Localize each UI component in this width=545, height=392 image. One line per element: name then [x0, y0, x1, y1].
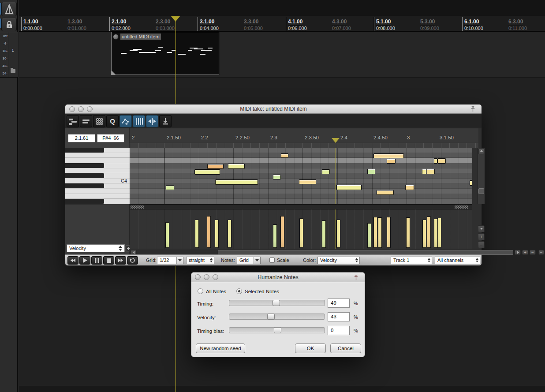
lock-button[interactable] — [1, 18, 17, 31]
swing-dropdown[interactable]: straight — [186, 257, 214, 264]
slider-handle[interactable] — [267, 314, 275, 320]
arrange-timeline-ruler[interactable]: 1.1.000:00.0001.3.000:01.0002.1.000:02.0… — [19, 16, 545, 32]
midi-item[interactable]: untitled MIDI item — [111, 32, 219, 75]
velocity-bar[interactable] — [336, 220, 340, 248]
velocity-bar[interactable] — [322, 220, 326, 248]
piano-key[interactable] — [65, 153, 130, 158]
edit-cursor-marker[interactable] — [171, 16, 180, 22]
color-mode-dropdown[interactable]: Velocity — [317, 257, 360, 264]
piano-key[interactable] — [65, 194, 130, 199]
track-dropdown[interactable]: Track 1 — [391, 257, 432, 264]
velocity-lane[interactable] — [130, 209, 472, 249]
velocity-bar[interactable] — [228, 220, 231, 248]
corner-button[interactable]: − — [538, 250, 544, 255]
grid-size-dropdown[interactable]: 1/32 — [157, 257, 183, 264]
scale-checkbox[interactable] — [269, 258, 275, 263]
cancel-button[interactable]: Cancel — [330, 343, 361, 353]
timeline-mark[interactable]: 6.3.000:11.000 — [508, 17, 527, 31]
midi-note[interactable] — [194, 169, 220, 175]
timeline-mark[interactable]: 1.3.000:01.000 — [67, 17, 86, 31]
track-control-panel[interactable]: inf-6-18-30-42-54- 1 — [0, 32, 18, 78]
lane-down-button[interactable] — [478, 225, 485, 232]
item-resize-handle[interactable] — [112, 71, 116, 75]
timeline-mark[interactable]: 3.3.000:05.000 — [244, 17, 263, 31]
piano-key[interactable]: C4 — [65, 179, 130, 184]
piano-key[interactable] — [65, 168, 130, 174]
quantize-button[interactable]: Q — [106, 115, 119, 127]
scroll-right-button[interactable] — [515, 250, 521, 255]
new-random-seed-button[interactable]: New random seed — [196, 343, 245, 353]
velocity-bar[interactable] — [422, 220, 426, 248]
metronome-button[interactable] — [1, 2, 17, 16]
piano-key[interactable] — [65, 158, 130, 163]
divider-grip[interactable] — [455, 205, 468, 209]
midi-note[interactable] — [427, 169, 435, 174]
lane-grow-button[interactable]: + — [478, 233, 485, 240]
velocity-bar[interactable] — [373, 217, 377, 248]
velocity-bar[interactable] — [387, 217, 391, 248]
timeline-mark[interactable]: 2.1.000:02.000 — [112, 17, 131, 31]
midi-note[interactable] — [437, 158, 446, 164]
track-lane[interactable] — [19, 32, 545, 78]
rewind-button[interactable] — [67, 256, 78, 265]
timeline-mark[interactable]: 1.1.000:00.000 — [23, 17, 42, 31]
editor-titlebar[interactable]: MIDI take: untitled MIDI item — [65, 105, 482, 114]
lane-divider[interactable] — [130, 204, 472, 209]
pause-button[interactable] — [91, 256, 102, 265]
velocity-bar[interactable] — [299, 218, 303, 248]
velocity-bar[interactable] — [427, 217, 431, 248]
midi-note[interactable] — [273, 175, 281, 179]
spinner-arrows-icon[interactable] — [119, 246, 123, 251]
value-input[interactable]: 43 — [328, 312, 350, 321]
velocity-bar[interactable] — [273, 224, 277, 248]
midi-note[interactable] — [387, 159, 396, 164]
midi-note[interactable] — [422, 169, 426, 174]
slider-handle[interactable] — [272, 300, 280, 306]
stop-button[interactable] — [103, 256, 114, 265]
envelope-button[interactable] — [119, 115, 132, 127]
piano-roll-grid[interactable] — [130, 148, 472, 204]
midi-note[interactable] — [367, 169, 375, 174]
midi-note[interactable] — [470, 180, 472, 186]
vscroll-thumb[interactable] — [478, 188, 484, 194]
midi-note[interactable] — [299, 179, 316, 184]
repeat-button[interactable] — [127, 256, 138, 265]
velocity-bar[interactable] — [406, 217, 410, 248]
ok-button[interactable]: OK — [295, 343, 326, 353]
divider-grip[interactable] — [131, 205, 144, 209]
hzoom-out-button[interactable]: − — [530, 250, 536, 255]
value-input[interactable]: 49 — [328, 299, 350, 308]
velocity-bar[interactable] — [280, 216, 284, 248]
piano-key[interactable] — [65, 163, 130, 168]
midi-note[interactable] — [336, 185, 362, 190]
value-input[interactable]: 0 — [328, 326, 350, 335]
timeline-mark[interactable]: 5.1.000:08.000 — [376, 17, 395, 31]
view-mode-button[interactable] — [67, 115, 79, 127]
vertical-scrollbar[interactable] — [478, 148, 485, 204]
midi-note[interactable] — [434, 158, 437, 164]
split-insert-button[interactable] — [146, 115, 158, 127]
midi-note[interactable] — [228, 164, 245, 169]
channel-dropdown[interactable]: All channels — [435, 257, 480, 264]
midi-note[interactable] — [281, 153, 288, 158]
midi-note[interactable] — [322, 169, 330, 174]
velocity-bar[interactable] — [195, 220, 199, 248]
midi-note[interactable] — [373, 153, 404, 158]
velocity-bar[interactable] — [215, 220, 219, 248]
notes-dropdown[interactable]: Grid — [237, 257, 261, 264]
midi-note[interactable] — [166, 185, 174, 190]
forward-button[interactable] — [115, 256, 126, 265]
velocity-bar[interactable] — [207, 216, 211, 248]
scroll-up-button[interactable] — [478, 148, 484, 154]
velocity-bar[interactable] — [367, 223, 371, 248]
grid-view-button[interactable] — [93, 115, 105, 127]
dock-button[interactable] — [159, 115, 172, 127]
vertical-lines-button[interactable] — [133, 115, 145, 127]
folder-icon[interactable] — [11, 69, 15, 73]
lane-shrink-button[interactable]: − — [478, 241, 485, 248]
slider-track[interactable] — [229, 327, 325, 333]
velocity-bar[interactable] — [378, 217, 382, 248]
pin-icon[interactable] — [470, 106, 476, 112]
timeline-mark[interactable]: 4.1.000:06.000 — [288, 17, 307, 31]
midi-note[interactable] — [405, 185, 414, 190]
